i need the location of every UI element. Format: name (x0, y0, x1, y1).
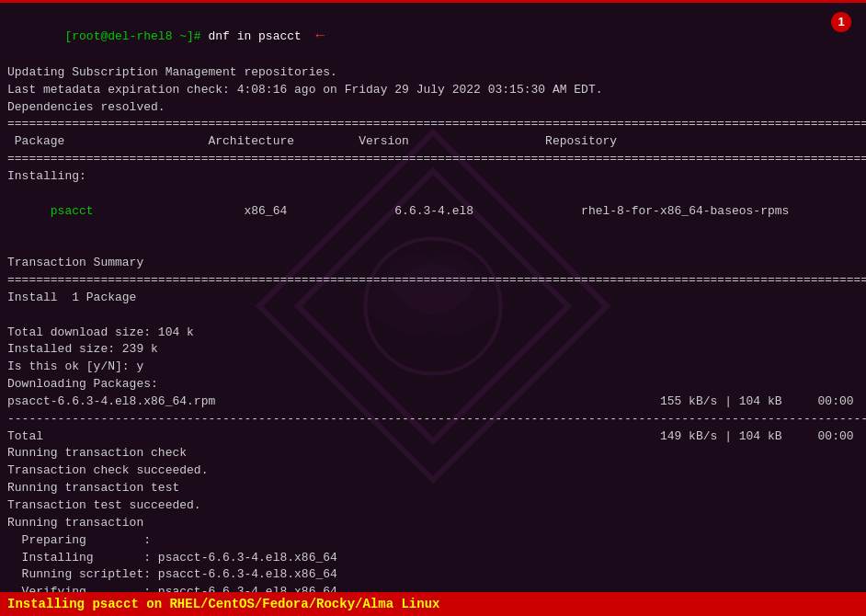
terminal-content: [root@del-rhel8 ~]# dnf in psacct ← 1 Up… (0, 3, 866, 616)
banner-text: Installing psacct on RHEL/CentOS/Fedora/… (7, 597, 439, 611)
terminal-window: [root@del-rhel8 ~]# dnf in psacct ← 1 Up… (0, 0, 866, 616)
prompt-user: [root@del-rhel8 ~]# (64, 29, 208, 43)
test-succeeded: Transaction test succeeded. (7, 497, 859, 515)
installed-size: Installed size: 239 k (7, 341, 859, 359)
install-count: Install 1 Package (7, 290, 859, 307)
step-badge: 1 (831, 12, 851, 32)
separator-4: ----------------------------------------… (7, 411, 859, 428)
download-progress: psacct-6.6.3-4.el8.x86_64.rpm 155 kB/s |… (7, 394, 859, 411)
confirm-prompt: Is this ok [y/N]: y (7, 359, 859, 376)
total-progress: Total 149 kB/s | 104 kB 00:00 (7, 428, 859, 446)
prompt-line: [root@del-rhel8 ~]# dnf in psacct ← (7, 8, 325, 64)
downloading-label: Downloading Packages: (7, 376, 859, 394)
running-transaction: Running transaction (7, 515, 859, 532)
command-text: dnf in psacct (208, 29, 301, 43)
installing-label: Installing: (7, 168, 859, 186)
package-row: psacct x86_64 6.6.3-4.el8 rhel-8-for-x86… (7, 186, 859, 238)
running-test: Running transaction test (7, 480, 859, 497)
bottom-banner: Installing psacct on RHEL/CentOS/Fedora/… (0, 592, 866, 616)
blank-1 (7, 237, 859, 255)
separator-2: ========================================… (7, 151, 859, 168)
scriptlet-line: Running scriptlet: psacct-6.6.3-4.el8.x8… (7, 566, 859, 584)
check-succeeded: Transaction check succeeded. (7, 462, 859, 480)
separator-1: ========================================… (7, 116, 859, 133)
output-line-3: Dependencies resolved. (7, 99, 859, 117)
transaction-summary: Transaction Summary (7, 255, 859, 272)
table-header: Package Architecture Version Repository … (7, 133, 859, 151)
output-line-2: Last metadata expiration check: 4:08:16 … (7, 82, 859, 99)
separator-3: ========================================… (7, 272, 859, 290)
download-size: Total download size: 104 k (7, 325, 859, 342)
output-line-1: Updating Subscription Management reposit… (7, 64, 859, 82)
running-check: Running transaction check (7, 445, 859, 462)
preparing-line: Preparing : 1/1 (7, 532, 859, 550)
installing-line: Installing : psacct-6.6.3-4.el8.x86_64 1… (7, 550, 859, 567)
blank-2 (7, 307, 859, 325)
arrow-icon: ← (315, 28, 325, 44)
